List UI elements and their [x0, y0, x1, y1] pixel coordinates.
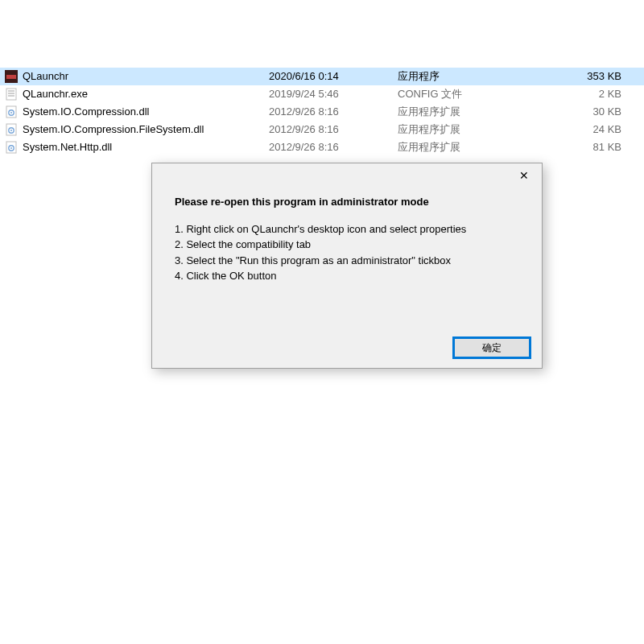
config-file-icon [5, 88, 18, 101]
file-size: 24 KB [526, 121, 633, 138]
file-row[interactable]: System.Net.Http.dll 2012/9/26 8:16 应用程序扩… [0, 138, 644, 156]
svg-point-8 [10, 112, 12, 114]
dialog-line-4: 4. Click the OK button [175, 268, 519, 284]
file-size: 2 KB [526, 85, 633, 103]
file-date: 2012/9/26 8:16 [269, 138, 398, 156]
dll-file-icon [5, 123, 18, 136]
file-name: QLaunchr.exe [23, 85, 88, 103]
dialog-line-3: 3. Select the "Run this program as an ad… [175, 253, 519, 269]
file-list: QLaunchr 2020/6/16 0:14 应用程序 353 KB QLau… [0, 68, 644, 156]
file-type: 应用程序扩展 [398, 121, 526, 138]
dialog-line-2: 2. Select the compatibility tab [175, 237, 519, 253]
dialog-headline: Please re-open this program in administr… [175, 194, 519, 210]
ok-button[interactable]: 确定 [453, 337, 530, 358]
ok-button-label: 确定 [482, 341, 502, 355]
svg-rect-1 [6, 75, 16, 79]
admin-mode-dialog: ✕ Please re-open this program in adminis… [151, 163, 543, 369]
file-type: 应用程序扩展 [398, 103, 526, 121]
file-name: System.IO.Compression.FileSystem.dll [23, 121, 204, 138]
dll-file-icon [5, 141, 18, 154]
file-date: 2020/6/16 0:14 [269, 68, 398, 85]
svg-rect-2 [6, 89, 16, 100]
file-date: 2012/9/26 8:16 [269, 103, 398, 121]
file-name: System.Net.Http.dll [23, 138, 112, 156]
dll-file-icon [5, 105, 18, 118]
file-type: 应用程序 [398, 68, 526, 85]
file-name: System.IO.Compression.dll [23, 103, 150, 121]
dialog-line-1: 1. Right click on QLaunchr's desktop ico… [175, 221, 519, 237]
file-type: CONFIG 文件 [398, 85, 526, 103]
exe-icon [5, 70, 18, 83]
file-row[interactable]: QLaunchr.exe 2019/9/24 5:46 CONFIG 文件 2 … [0, 85, 644, 103]
file-date: 2019/9/24 5:46 [269, 85, 398, 103]
file-row[interactable]: System.IO.Compression.FileSystem.dll 201… [0, 121, 644, 138]
dialog-footer: 确定 [152, 328, 542, 368]
file-size: 30 KB [526, 103, 633, 121]
file-size: 81 KB [526, 138, 633, 156]
close-icon: ✕ [519, 169, 529, 182]
file-date: 2012/9/26 8:16 [269, 121, 398, 138]
svg-point-14 [10, 147, 12, 149]
close-button[interactable]: ✕ [506, 163, 542, 188]
file-row[interactable]: QLaunchr 2020/6/16 0:14 应用程序 353 KB [0, 68, 644, 85]
file-type: 应用程序扩展 [398, 138, 526, 156]
dialog-titlebar: ✕ [152, 163, 542, 188]
dialog-body: Please re-open this program in administr… [152, 188, 542, 328]
file-name: QLaunchr [23, 68, 68, 85]
svg-point-11 [10, 130, 12, 131]
file-row[interactable]: System.IO.Compression.dll 2012/9/26 8:16… [0, 103, 644, 121]
file-size: 353 KB [526, 68, 633, 85]
